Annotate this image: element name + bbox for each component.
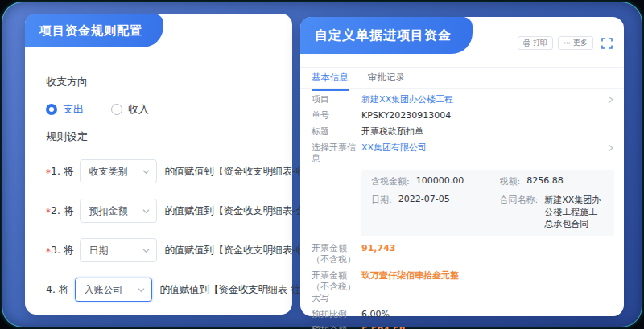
chevron-down-icon: [138, 286, 145, 294]
rule-2-field-value: 预扣金额: [89, 204, 127, 218]
radio-expense-label: 支出: [63, 102, 84, 117]
rule-1-field-value: 收支类别: [89, 165, 127, 179]
right-panel-title: 自定义单据进项目资金: [300, 17, 473, 54]
rule-2-field-select[interactable]: 预扣金额: [80, 199, 157, 223]
left-panel-title: 项目资金规则配置: [25, 14, 163, 47]
chevron-down-icon: [142, 168, 150, 175]
field-label: 预扣金额: [312, 325, 361, 329]
direction-label: 收支方向: [46, 75, 278, 89]
chevron-down-icon: [142, 208, 150, 215]
rules-label: 规则设定: [46, 130, 278, 144]
fullscreen-icon[interactable]: [601, 38, 613, 49]
project-link[interactable]: 新建XX集团办公楼工程: [361, 94, 453, 105]
rule-index: 1. 将: [51, 165, 73, 179]
rule-4-field-value: 入账公司: [84, 283, 122, 297]
tabs-divider: [300, 88, 624, 89]
contract-name-value: 新建XX集团办公楼工程施工总承包合同: [544, 194, 605, 230]
printer-icon: [523, 39, 530, 47]
radio-expense[interactable]: 支出: [46, 102, 84, 117]
tax-incl-amount: 含税金额: 100000.00: [371, 175, 500, 187]
field-row-doc-no: 单号 KPSKY20230913004: [312, 110, 614, 121]
radio-income-label: 收入: [128, 102, 149, 117]
header-divider: [300, 67, 624, 68]
field-row-withhold-ratio: 预扣比例 6.00%: [312, 309, 614, 320]
app-background: 项目资金规则配置 收支方向 支出 收入 规则设定 * 1. 将: [2, 2, 642, 327]
field-label: 含税金额:: [371, 175, 410, 187]
custom-bill-detail-panel: 自定义单据进项目资金 打印 更多 基本信息 审批记录 项目 新建XX集团办公楼工: [300, 17, 624, 316]
print-button-label: 打印: [533, 38, 547, 48]
field-label: 预扣比例: [312, 309, 361, 320]
rule-row-4: 4. 将 入账公司 的值赋值到【资金收支明细表-往来单位】中: [46, 278, 278, 302]
field-label: 开票金额（不含税）: [312, 243, 361, 265]
field-row-amount-ex-tax-caps: 开票金额（不含税）大写 玖万壹仟柒佰肆拾叁元整: [312, 270, 614, 304]
amount-ex-tax-value: 91,743: [361, 243, 395, 254]
rule-row-3: * 3. 将 日期 的值赋值到【资金收支明细表-收支日期】中: [46, 238, 278, 262]
chevron-down-icon: [142, 247, 150, 254]
tax-amount: 税额: 8256.88: [500, 175, 605, 187]
field-label: 税额:: [500, 175, 521, 187]
more-button[interactable]: 更多: [558, 36, 593, 50]
invoice-summary-box: 含税金额: 100000.00 税额: 8256.88 日期: 2022-07-…: [361, 170, 614, 236]
contract-date: 日期: 2022-07-05: [371, 194, 500, 230]
field-label: 项目: [312, 94, 361, 105]
rule-index: 2. 将: [51, 204, 73, 218]
rule-index: 4. 将: [46, 283, 68, 297]
direction-radio-group: 支出 收入: [46, 102, 278, 117]
invoice-info-link[interactable]: XX集团有限公司: [361, 142, 427, 154]
rule-index: 3. 将: [51, 244, 73, 257]
field-row-amount-ex-tax: 开票金额（不含税） 91,743: [312, 243, 614, 265]
field-row-invoice-info: 选择开票信息 XX集团有限公司: [312, 142, 614, 165]
rule-3-field-value: 日期: [89, 244, 108, 257]
chevron-right-icon[interactable]: [607, 95, 614, 105]
radio-unselected-icon: [111, 104, 122, 115]
doc-no-value: KPSKY20230913004: [361, 110, 451, 121]
field-label: 开票金额（不含税）大写: [312, 270, 361, 304]
rule-3-field-select[interactable]: 日期: [80, 238, 157, 262]
chevron-right-icon[interactable]: [607, 143, 614, 153]
doc-title-value: 开票税款预扣单: [361, 126, 423, 138]
rule-4-field-select[interactable]: 入账公司: [75, 278, 152, 302]
contract-date-value: 2022-07-05: [398, 194, 450, 230]
rule-row-2: * 2. 将 预扣金额 的值赋值到【资金收支明细表-金额】中: [46, 199, 278, 223]
radio-selected-icon: [46, 104, 57, 115]
rule-row-1: * 1. 将 收支类别 的值赋值到【资金收支明细表-收支类别】中: [46, 159, 278, 183]
field-label: 标题: [312, 126, 361, 138]
tax-amount-value: 8256.88: [526, 175, 564, 187]
field-row-withhold-amount: 预扣金额 5,504.58: [312, 325, 614, 329]
detail-toolbar: 打印 更多: [518, 36, 613, 50]
basic-info-form: 项目 新建XX集团办公楼工程 单号 KPSKY20230913004 标题 开票…: [312, 94, 614, 329]
tax-incl-amount-value: 100000.00: [416, 175, 464, 187]
field-label: 日期:: [371, 194, 392, 230]
withhold-amount-value: 5,504.58: [361, 325, 405, 329]
withhold-ratio-value: 6.00%: [361, 309, 390, 320]
rules-list: * 1. 将 收支类别 的值赋值到【资金收支明细表-收支类别】中 * 2. 将 …: [46, 159, 278, 302]
field-row-project: 项目 新建XX集团办公楼工程: [312, 94, 614, 105]
amount-ex-tax-caps-value: 玖万壹仟柒佰肆拾叁元整: [361, 270, 459, 282]
fund-rule-config-panel: 项目资金规则配置 收支方向 支出 收入 规则设定 * 1. 将: [25, 14, 292, 315]
radio-income[interactable]: 收入: [111, 102, 149, 117]
more-dots-icon: [564, 39, 571, 47]
print-button[interactable]: 打印: [518, 36, 553, 50]
contract-name: 合同名称: 新建XX集团办公楼工程施工总承包合同: [500, 194, 605, 230]
rule-1-field-select[interactable]: 收支类别: [80, 159, 157, 183]
more-button-label: 更多: [573, 38, 588, 48]
field-label: 合同名称:: [500, 194, 539, 230]
field-row-title: 标题 开票税款预扣单: [312, 126, 614, 138]
field-label: 单号: [312, 110, 361, 121]
field-label: 选择开票信息: [312, 142, 361, 165]
